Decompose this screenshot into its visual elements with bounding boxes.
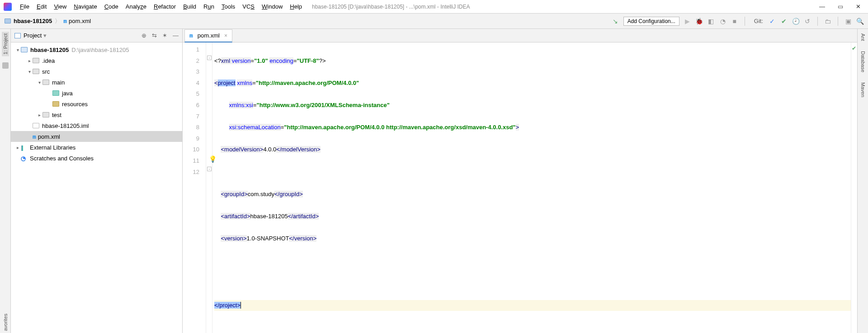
folder-icon [5, 19, 11, 23]
git-rollback-icon[interactable]: ↺ [804, 18, 811, 25]
expand-icon[interactable]: ⇆ [152, 32, 157, 39]
fold-toggle-icon[interactable]: - [207, 56, 212, 60]
tree-iml[interactable]: ▸hbase-181205.iml [11, 120, 182, 131]
code-area[interactable]: <?xml version="1.0" encoding="UTF-8"?> <… [212, 42, 851, 333]
editor: m pom.xml × 123 456 789 101112 - - <?xml… [183, 29, 857, 333]
menu-tools[interactable]: Tools [218, 3, 239, 10]
chevron-down-icon[interactable]: ▾ [43, 32, 47, 39]
line-number-gutter: 123 456 789 101112 [183, 42, 206, 333]
menu-build[interactable]: Build [179, 3, 200, 10]
run-anything-icon[interactable]: ▣ [844, 18, 852, 25]
breadcrumb-root[interactable]: hbase-181205 [14, 18, 52, 24]
hammer-icon[interactable]: ↘ [612, 18, 619, 25]
menu-bar: File Edit View Navigate Code Analyze Ref… [0, 0, 868, 14]
git-update-icon[interactable]: ✓ [769, 18, 776, 25]
git-label: Git: [754, 18, 763, 24]
window-close-icon[interactable]: ✕ [856, 3, 861, 10]
coverage-icon[interactable]: ◧ [708, 18, 715, 25]
project-structure-icon[interactable]: 🗀 [824, 18, 831, 25]
menu-run[interactable]: Run [200, 3, 218, 10]
tree-idea[interactable]: ▸.idea [11, 55, 182, 66]
inspection-ok-icon[interactable]: ✔ [852, 45, 856, 52]
git-history-icon[interactable]: 🕘 [792, 18, 799, 25]
tree-resources[interactable]: ▸resources [11, 98, 182, 109]
tree-test[interactable]: ▸test [11, 109, 182, 120]
project-panel-header: Project ▾ ⊕ ⇆ ✶ — [11, 29, 182, 42]
maven-file-icon: m [33, 133, 36, 140]
collapse-icon[interactable]: — [173, 32, 179, 39]
menu-analyze[interactable]: Analyze [122, 3, 150, 10]
add-configuration-button[interactable]: Add Configuration... [623, 17, 679, 26]
main-area: 1: Project avorites Project ▾ ⊕ ⇆ ✶ — ▾ … [0, 29, 868, 333]
window-title: hbase-181205 [D:\java\hbase-181205] - ..… [312, 4, 470, 10]
menu-refactor[interactable]: Refactor [150, 3, 179, 10]
tree-pom[interactable]: ▸mpom.xml [11, 131, 182, 142]
menu-file[interactable]: File [16, 3, 33, 10]
tab-favorites[interactable]: avorites [2, 312, 9, 333]
fold-gutter: - - [206, 42, 212, 333]
intention-bulb-icon[interactable]: 💡 [209, 155, 217, 163]
menu-view[interactable]: View [50, 3, 70, 10]
navigation-bar: hbase-181205 〉 mpom.xml ↘ Add Configurat… [0, 14, 868, 29]
debug-icon[interactable]: 🐞 [696, 18, 703, 25]
separator [745, 17, 745, 26]
app-icon [4, 3, 12, 11]
tree-main[interactable]: ▾main [11, 77, 182, 88]
chevron-right-icon: 〉 [55, 17, 61, 25]
maven-file-icon: m [189, 32, 193, 39]
menu-navigate[interactable]: Navigate [70, 3, 100, 10]
libraries-icon [21, 144, 27, 150]
project-view-icon [14, 33, 21, 38]
project-view-title[interactable]: Project [24, 32, 42, 39]
scratches-icon [21, 155, 27, 161]
project-tree[interactable]: ▾ hbase-181205 D:\java\hbase-181205 ▸.id… [11, 42, 182, 333]
menu-window[interactable]: Window [258, 3, 286, 10]
window-maximize-icon[interactable]: ▭ [838, 3, 843, 10]
project-panel: Project ▾ ⊕ ⇆ ✶ — ▾ hbase-181205 D:\java… [11, 29, 183, 333]
structure-icon[interactable] [2, 62, 9, 69]
separator [817, 17, 818, 26]
settings-icon[interactable]: ✶ [162, 32, 167, 39]
menu-vcs[interactable]: VCS [239, 3, 258, 10]
editor-tab-pom[interactable]: m pom.xml × [184, 29, 232, 42]
editor-tab-label: pom.xml [198, 32, 220, 39]
profile-icon[interactable]: ◔ [719, 18, 726, 25]
inspection-strip: ✔ [851, 42, 857, 333]
tree-src[interactable]: ▾src [11, 66, 182, 77]
left-tool-gutter: 1: Project avorites [0, 29, 11, 333]
menu-help[interactable]: Help [286, 3, 306, 10]
right-tool-gutter: Ant Database Maven [857, 29, 868, 333]
close-tab-icon[interactable]: × [224, 33, 227, 39]
fold-toggle-icon[interactable]: - [207, 167, 212, 171]
menu-edit[interactable]: Edit [33, 3, 50, 10]
editor-tabs: m pom.xml × [183, 29, 857, 42]
git-commit-icon[interactable]: ✔ [780, 18, 788, 25]
tree-scratches[interactable]: ▸Scratches and Consoles [11, 153, 182, 164]
tab-project[interactable]: 1: Project [2, 32, 9, 56]
tab-maven[interactable]: Maven [859, 80, 867, 99]
window-minimize-icon[interactable]: — [819, 3, 825, 10]
run-icon[interactable]: ▶ [684, 18, 691, 25]
menu-code[interactable]: Code [101, 3, 122, 10]
tree-root[interactable]: ▾ hbase-181205 D:\java\hbase-181205 [11, 44, 182, 55]
stop-icon[interactable]: ■ [731, 18, 738, 25]
breadcrumb: hbase-181205 〉 mpom.xml [5, 17, 91, 25]
breadcrumb-file[interactable]: pom.xml [69, 18, 91, 24]
search-icon[interactable]: 🔍 [856, 18, 863, 25]
tree-external-libraries[interactable]: ▸External Libraries [11, 142, 182, 153]
maven-file-icon: m [63, 18, 67, 24]
separator [838, 17, 838, 26]
tab-database[interactable]: Database [859, 49, 867, 74]
tab-ant[interactable]: Ant [859, 32, 867, 43]
tree-java[interactable]: ▸java [11, 88, 182, 98]
locate-icon[interactable]: ⊕ [142, 32, 146, 39]
editor-body[interactable]: 123 456 789 101112 - - <?xml version="1.… [183, 42, 857, 333]
